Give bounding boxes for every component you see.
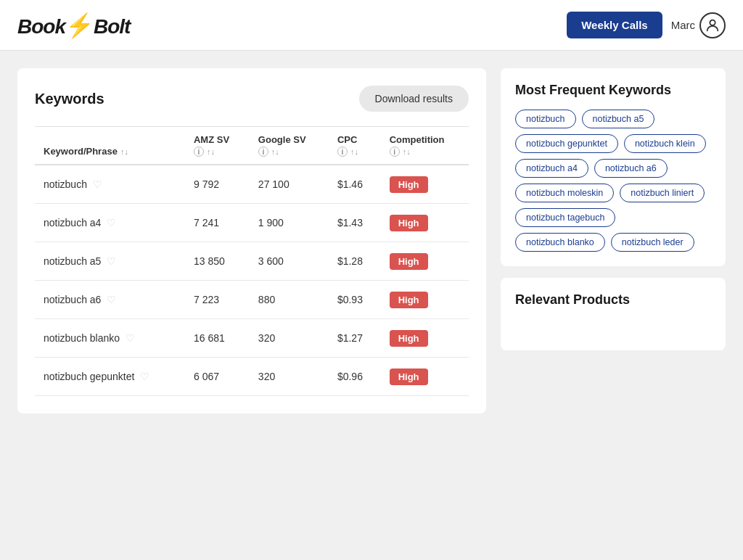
bolt-icon: ⚡ [65, 12, 94, 38]
keyword-text: notizbuch [44, 178, 87, 190]
cpc-cell-2: $1.28 [329, 242, 381, 281]
competition-badge: High [390, 292, 428, 308]
user-name: Marc [671, 19, 695, 31]
col-google-sv: Google SV i ↑↓ [250, 127, 329, 165]
table-row: notizbuch blanko ♡ 16 681 320 $1.27 High [35, 319, 469, 358]
relevant-products-card: Relevant Products [501, 278, 726, 350]
google-sv-cell-1: 1 900 [250, 204, 329, 242]
cpc-cell-3: $0.93 [329, 281, 381, 319]
favorite-icon[interactable]: ♡ [126, 332, 135, 344]
keyword-tag[interactable]: notizbuch gepunktet [515, 134, 618, 153]
panel-title: Keywords [35, 91, 104, 107]
competition-badge: High [390, 253, 428, 270]
col-amz-sv: AMZ SV i ↑↓ [185, 127, 250, 165]
google-sv-cell-5: 320 [250, 358, 329, 396]
keyword-text: notizbuch blanko [44, 332, 120, 344]
table-row: notizbuch gepunktet ♡ 6 067 320 $0.96 Hi… [35, 358, 469, 396]
google-sv-cell-4: 320 [250, 319, 329, 358]
sort-icon[interactable]: ↑↓ [271, 147, 279, 156]
user-area[interactable]: Marc [671, 12, 726, 38]
logo: Book⚡Bolt [17, 12, 130, 39]
keyword-tag[interactable]: notizbuch leder [611, 233, 694, 252]
keyword-tags-container: notizbuchnotizbuch a5notizbuch gepunktet… [515, 110, 711, 252]
header-right: Weekly Calls Marc [567, 12, 726, 38]
keyword-tag[interactable]: notizbuch blanko [515, 233, 605, 252]
cpc-cell-0: $1.46 [329, 165, 381, 204]
keyword-tag[interactable]: notizbuch moleskin [515, 184, 614, 202]
keyword-cell-0: notizbuch ♡ [35, 165, 185, 204]
keyword-cell-1: notizbuch a4 ♡ [35, 204, 185, 242]
cpc-info-icon[interactable]: i [337, 147, 348, 157]
panel-header: Keywords Download results [35, 86, 469, 112]
keyword-tag[interactable]: notizbuch a4 [515, 159, 588, 178]
col-keyword-phrase: Keyword/Phrase ↑↓ [35, 127, 185, 165]
keyword-cell-4: notizbuch blanko ♡ [35, 319, 185, 358]
competition-cell-4: High [381, 319, 469, 358]
keyword-tag[interactable]: notizbuch tagebuch [515, 208, 615, 227]
competition-cell-3: High [381, 281, 469, 319]
logo-text: Book⚡Bolt [17, 12, 130, 39]
amz-sv-cell-0: 9 792 [185, 165, 250, 204]
relevant-products-title: Relevant Products [515, 292, 711, 308]
favorite-icon[interactable]: ♡ [107, 294, 116, 305]
keywords-panel: Keywords Download results Keyword/Phrase… [17, 68, 486, 413]
svg-point-0 [710, 20, 715, 25]
keyword-text: notizbuch gepunktet [44, 371, 134, 382]
google-sv-cell-0: 27 100 [250, 165, 329, 204]
google-sv-info-icon[interactable]: i [258, 147, 268, 157]
header: Book⚡Bolt Weekly Calls Marc [0, 0, 743, 51]
frequent-keywords-card: Most Frequent Keywords notizbuchnotizbuc… [501, 68, 726, 266]
frequent-keywords-title: Most Frequent Keywords [515, 83, 711, 98]
keyword-cell-5: notizbuch gepunktet ♡ [35, 358, 185, 396]
sort-icon[interactable]: ↑↓ [207, 147, 215, 156]
keyword-tag[interactable]: notizbuch liniert [620, 184, 705, 202]
google-sv-cell-3: 880 [250, 281, 329, 319]
competition-badge: High [390, 215, 428, 231]
amz-sv-cell-1: 7 241 [185, 204, 250, 242]
competition-info-icon[interactable]: i [390, 147, 400, 157]
keyword-tag[interactable]: notizbuch [515, 110, 576, 128]
table-row: notizbuch a4 ♡ 7 241 1 900 $1.43 High [35, 204, 469, 242]
keyword-tag[interactable]: notizbuch a5 [582, 110, 655, 128]
keyword-cell-2: notizbuch a5 ♡ [35, 242, 185, 281]
keyword-text: notizbuch a4 [44, 217, 101, 228]
download-results-button[interactable]: Download results [359, 86, 469, 112]
col-cpc: CPC i ↑↓ [329, 127, 381, 165]
competition-cell-1: High [381, 204, 469, 242]
table-row: notizbuch ♡ 9 792 27 100 $1.46 High [35, 165, 469, 204]
favorite-icon[interactable]: ♡ [140, 371, 149, 382]
col-competition: Competition i ↑↓ [381, 127, 469, 165]
sort-icon[interactable]: ↑↓ [403, 147, 411, 156]
competition-badge: High [390, 330, 428, 347]
cpc-cell-4: $1.27 [329, 319, 381, 358]
sort-icon[interactable]: ↑↓ [350, 147, 358, 156]
competition-badge: High [390, 176, 428, 193]
table-row: notizbuch a5 ♡ 13 850 3 600 $1.28 High [35, 242, 469, 281]
table-row: notizbuch a6 ♡ 7 223 880 $0.93 High [35, 281, 469, 319]
keyword-tag[interactable]: notizbuch a6 [594, 159, 668, 178]
amz-sv-info-icon[interactable]: i [194, 147, 204, 157]
main-content: Keywords Download results Keyword/Phrase… [0, 51, 743, 431]
keyword-cell-3: notizbuch a6 ♡ [35, 281, 185, 319]
favorite-icon[interactable]: ♡ [107, 217, 116, 228]
right-panel: Most Frequent Keywords notizbuchnotizbuc… [501, 68, 726, 413]
amz-sv-cell-5: 6 067 [185, 358, 250, 396]
competition-cell-0: High [381, 165, 469, 204]
cpc-cell-5: $0.96 [329, 358, 381, 396]
weekly-calls-button[interactable]: Weekly Calls [567, 12, 662, 38]
keyword-tag[interactable]: notizbuch klein [624, 134, 706, 153]
cpc-cell-1: $1.43 [329, 204, 381, 242]
table-header-row: Keyword/Phrase ↑↓ AMZ SV i ↑↓ [35, 127, 469, 165]
amz-sv-cell-2: 13 850 [185, 242, 250, 281]
competition-badge: High [390, 368, 428, 385]
keywords-table: Keyword/Phrase ↑↓ AMZ SV i ↑↓ [35, 126, 469, 396]
favorite-icon[interactable]: ♡ [107, 255, 116, 267]
keyword-text: notizbuch a5 [44, 255, 101, 267]
competition-cell-2: High [381, 242, 469, 281]
amz-sv-cell-3: 7 223 [185, 281, 250, 319]
favorite-icon[interactable]: ♡ [93, 178, 102, 190]
competition-cell-5: High [381, 358, 469, 396]
google-sv-cell-2: 3 600 [250, 242, 329, 281]
sort-icon[interactable]: ↑↓ [120, 147, 128, 156]
keyword-text: notizbuch a6 [44, 294, 101, 305]
